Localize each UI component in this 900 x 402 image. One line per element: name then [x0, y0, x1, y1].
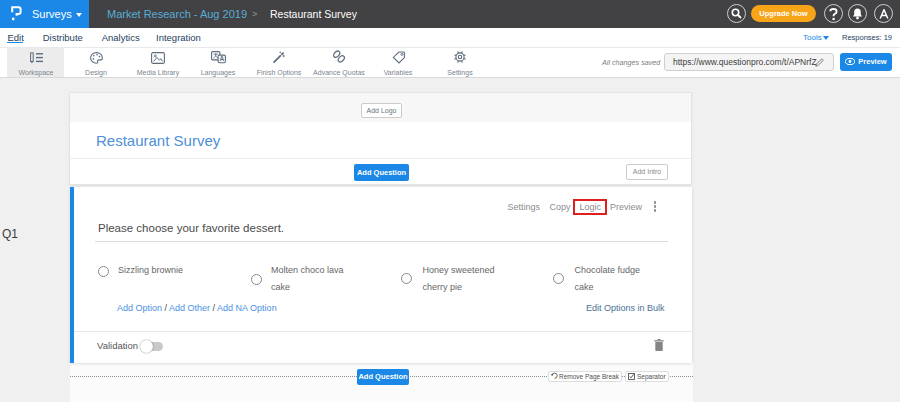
svg-text:A: A [219, 55, 224, 62]
